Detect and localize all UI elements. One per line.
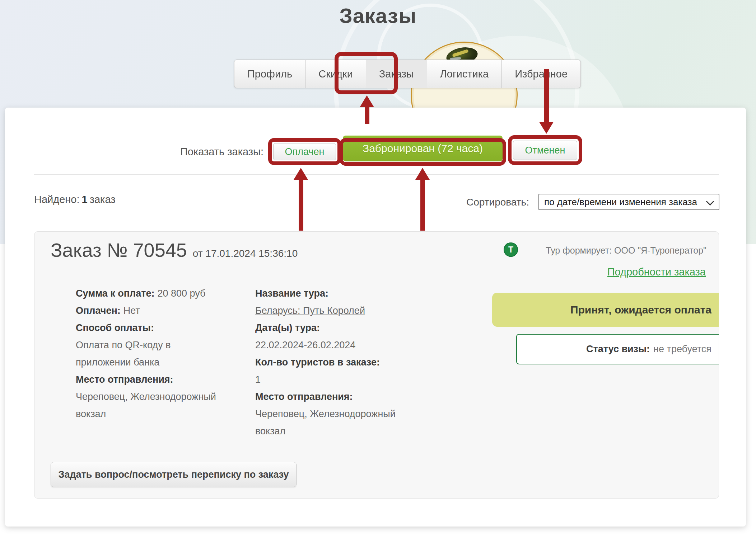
sort-selected-value: по дате/времени изменения заказа: [544, 197, 697, 208]
order-number: Заказ № 70545: [51, 239, 187, 261]
tour-operator-text: Тур формирует: ООО "Я-Туроператор": [523, 245, 706, 256]
tab-profile[interactable]: Профиль: [234, 60, 305, 88]
order-date: от 17.01.2024 15:36:10: [193, 248, 298, 259]
visa-status-box: Статус визы: не требуется: [516, 334, 719, 364]
tour-operator-avatar: Т: [504, 242, 518, 257]
tab-logistics[interactable]: Логистика: [427, 60, 502, 88]
order-details-left: Сумма к оплате:20 800 руб Оплачен:Нет Сп…: [76, 285, 227, 423]
page-title: Заказы: [0, 4, 756, 28]
sort-dropdown[interactable]: по дате/времени изменения заказа: [538, 194, 719, 210]
detail-row: Способ оплаты:: [76, 319, 227, 336]
detail-row: Череповец, Железнодорожный вокзал: [76, 388, 227, 423]
order-card: Заказ № 70545 от 17.01.2024 15:36:10 Т Т…: [34, 231, 719, 499]
detail-row: Оплата по QR-коду в приложении банка: [76, 336, 227, 371]
detail-row: 22.02.2024-26.02.2024: [255, 336, 424, 354]
detail-row: Кол-во туристов в заказе:: [255, 354, 424, 371]
detail-row: Сумма к оплате:20 800 руб: [76, 285, 227, 302]
filter-label: Показать заказы:: [149, 143, 263, 160]
detail-row: Место отправления:: [76, 371, 227, 388]
results-count: Найдено:1заказ: [34, 194, 116, 206]
tab-orders[interactable]: Заказы: [366, 60, 427, 88]
tab-favorites[interactable]: Избранное: [502, 60, 581, 88]
results-number: 1: [82, 194, 88, 205]
detail-row: Дата(ы) тура:: [255, 319, 424, 336]
filter-button-cancelled[interactable]: Отменен: [513, 141, 577, 160]
detail-row: Место отправления:: [255, 388, 424, 405]
results-prefix: Найдено:: [34, 194, 80, 205]
filter-button-paid[interactable]: Оплачен: [273, 143, 336, 160]
detail-row: Череповец, Железнодорожный вокзал: [255, 405, 424, 440]
detail-row: Беларусь: Путь Королей: [255, 302, 424, 319]
results-suffix: заказ: [90, 194, 116, 205]
sort-label: Сортировать:: [421, 197, 529, 208]
main-tabs: Профиль Скидки Заказы Логистика Избранно…: [234, 60, 581, 88]
content-panel: Показать заказы: Оплачен Забронирован (7…: [5, 108, 746, 527]
detail-row: Оплачен:Нет: [76, 302, 227, 319]
tab-discounts[interactable]: Скидки: [305, 60, 366, 88]
detail-row: Название тура:: [255, 285, 424, 302]
filter-button-booked[interactable]: Забронирован (72 часа): [343, 136, 503, 161]
divider: [34, 174, 719, 175]
tour-name-link[interactable]: Беларусь: Путь Королей: [255, 305, 365, 316]
order-status-badge: Принят, ожидается оплата: [492, 293, 719, 327]
order-details-link[interactable]: Подробности заказа: [607, 266, 706, 278]
order-title: Заказ № 70545 от 17.01.2024 15:36:10: [51, 239, 298, 261]
detail-row: 1: [255, 371, 424, 388]
ask-question-button[interactable]: Задать вопрос/посмотреть переписку по за…: [51, 462, 297, 487]
order-details-middle: Название тура: Беларусь: Путь Королей Да…: [255, 285, 424, 440]
chevron-down-icon: [706, 198, 714, 206]
